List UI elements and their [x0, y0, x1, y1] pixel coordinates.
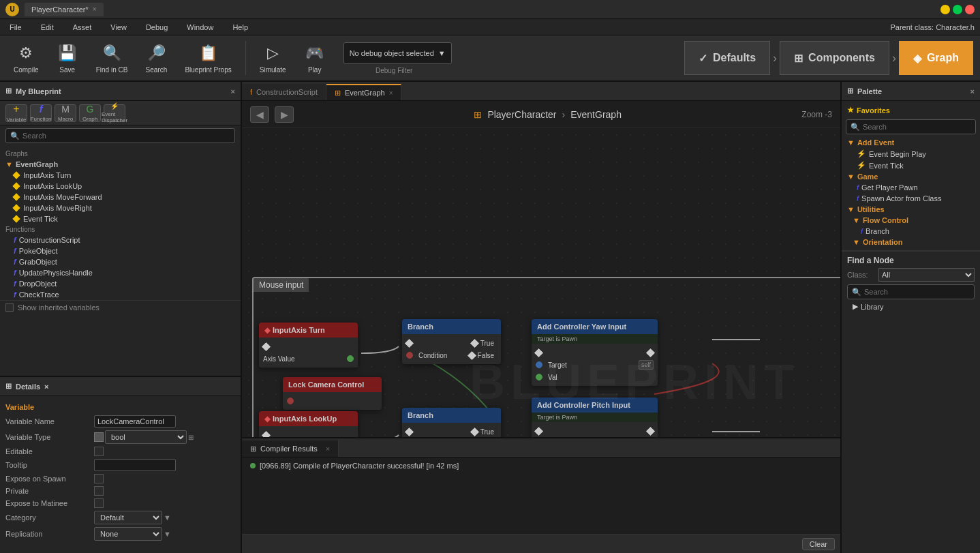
node-input-axis-turn[interactable]: ◆ InputAxis Turn Axis Value — [259, 323, 358, 368]
event-tick-item[interactable]: ⚡ Event Tick — [842, 160, 980, 171]
add-function-button[interactable]: f Function — [30, 104, 52, 122]
editable-checkbox[interactable] — [94, 447, 104, 456]
compile-button[interactable]: ⚙ Compile — [7, 38, 46, 78]
branch1-exec-out-pin[interactable] — [470, 339, 479, 348]
replication-dropdown[interactable]: None — [94, 527, 162, 541]
check-trace-item[interactable]: f CheckTrace — [0, 289, 241, 300]
menu-window[interactable]: Window — [183, 22, 217, 33]
branch2-exec-in-pin[interactable] — [405, 428, 414, 436]
add-event-section[interactable]: ▼ Add Event — [842, 137, 980, 148]
lookup-exec-out-pin[interactable] — [262, 431, 271, 437]
orientation-section[interactable]: ▼ Orientation — [842, 237, 980, 248]
menu-debug[interactable]: Debug — [142, 22, 172, 33]
defaults-nav-button[interactable]: ✓ Defaults — [684, 41, 770, 75]
category-dropdown[interactable]: Default — [94, 511, 162, 524]
palette-search-box[interactable]: 🔍 — [846, 119, 976, 134]
add-event-dispatcher-button[interactable]: ⚡ Event Dispatcher — [104, 104, 125, 122]
lock1-pin[interactable] — [287, 398, 294, 404]
graph-back-button[interactable]: ◀ — [250, 106, 269, 123]
details-close[interactable]: × — [44, 383, 48, 391]
class-dropdown[interactable]: All — [878, 268, 975, 282]
blueprint-search-input[interactable] — [22, 132, 230, 140]
menu-help[interactable]: Help — [228, 22, 252, 33]
show-inherited-variables[interactable]: Show inherited variables — [0, 300, 241, 314]
private-checkbox[interactable] — [94, 486, 104, 496]
branch1-condition-pin[interactable] — [406, 352, 413, 359]
menu-file[interactable]: File — [5, 22, 26, 33]
input-axis-moveforward-item[interactable]: InputAxis MoveForward — [0, 192, 241, 203]
node-input-axis-lookup[interactable]: ◆ InputAxis LookUp Axis Value — [259, 411, 358, 437]
compiler-results-tab[interactable]: ⊞ Compiler Results × — [242, 440, 339, 457]
save-button[interactable]: 💾 Save — [50, 38, 85, 78]
find-node-search-input[interactable] — [864, 288, 970, 296]
play-button[interactable]: 🎮 Play — [297, 38, 333, 78]
poke-object-item[interactable]: f PokeObject — [0, 245, 241, 256]
node-lock-camera-1-body — [283, 392, 382, 410]
menu-view[interactable]: View — [106, 22, 131, 33]
add-macro-button[interactable]: M Macro — [55, 104, 76, 122]
simulate-button[interactable]: ▷ Simulate — [253, 38, 293, 78]
expose-to-matinee-checkbox[interactable] — [94, 498, 104, 508]
clear-button[interactable]: Clear — [802, 538, 835, 550]
event-graph-tab-close[interactable]: × — [389, 89, 393, 97]
compiler-content: [0966.89] Compile of PlayerCharacter suc… — [242, 458, 840, 534]
node-input-axis-lookup-title: InputAxis LookUp — [273, 415, 337, 423]
graph-canvas[interactable]: Mouse input Movement input ◆ InputAxis T… — [242, 128, 840, 437]
variable-type-dropdown[interactable]: bool — [105, 430, 187, 444]
drop-object-item[interactable]: f DropObject — [0, 278, 241, 289]
blueprint-props-button[interactable]: 📋 Blueprint Props — [178, 38, 238, 78]
debug-filter-button[interactable]: No debug object selected ▼ — [343, 42, 452, 64]
tab-event-graph[interactable]: ⊞ EventGraph × — [326, 84, 402, 100]
add-variable-button[interactable]: + Variable — [5, 104, 27, 122]
node-branch-2[interactable]: Branch True Condition False — [402, 408, 501, 437]
find-node-search-box[interactable]: 🔍 — [847, 284, 975, 299]
game-section[interactable]: ▼ Game — [842, 171, 980, 182]
menu-asset[interactable]: Asset — [69, 22, 96, 33]
axis-value-pin[interactable] — [347, 355, 354, 362]
find-in-cb-button[interactable]: 🔍 Find in CB — [89, 38, 135, 78]
branch-item[interactable]: f Branch — [842, 226, 980, 237]
tab-construction-script[interactable]: f ConstructionScript — [242, 84, 326, 100]
input-axis-moveright-item[interactable]: InputAxis MoveRight — [0, 203, 241, 213]
tooltip-input[interactable] — [94, 459, 176, 471]
event-graph-group[interactable]: ▼ EventGraph — [0, 159, 241, 170]
maximize-button[interactable] — [953, 5, 962, 14]
update-physics-handle-item[interactable]: f UpdatePhysicsHandle — [0, 267, 241, 278]
search-button[interactable]: 🔎 Search — [138, 38, 174, 78]
variable-type-selector[interactable]: bool ⊞ — [94, 430, 194, 444]
palette-close[interactable]: × — [970, 87, 975, 95]
app-tab-close[interactable]: × — [93, 5, 97, 13]
variable-name-input[interactable] — [94, 415, 176, 428]
construction-script-item[interactable]: f ConstructionScript — [0, 235, 241, 245]
show-inherited-checkbox[interactable] — [5, 303, 14, 312]
expose-on-spawn-checkbox[interactable] — [94, 474, 104, 483]
input-axis-lookup-item[interactable]: InputAxis LookUp — [0, 181, 241, 192]
library-section[interactable]: ▶ Library — [847, 299, 975, 314]
flow-control-section[interactable]: ▼ Flow Control — [842, 215, 980, 226]
get-player-pawn-item[interactable]: f Get Player Pawn — [842, 182, 980, 193]
branch1-exec-in-pin[interactable] — [405, 339, 414, 348]
close-button[interactable] — [965, 5, 975, 14]
minimize-button[interactable] — [940, 5, 950, 14]
event-begin-play-item[interactable]: ⚡ Event Begin Play — [842, 148, 980, 160]
exec-out-pin[interactable] — [262, 342, 271, 351]
my-blueprint-close[interactable]: × — [231, 87, 235, 95]
grab-object-item[interactable]: f GrabObject — [0, 256, 241, 267]
palette-search-input[interactable] — [863, 123, 971, 131]
graph-nav-button[interactable]: ◈ Graph — [899, 41, 973, 75]
utilities-section[interactable]: ▼ Utilities — [842, 204, 980, 215]
node-lock-camera-1[interactable]: Lock Camera Control — [283, 377, 382, 410]
menu-edit[interactable]: Edit — [37, 22, 58, 33]
components-nav-button[interactable]: ⊞ Components — [780, 41, 889, 75]
blueprint-search-box[interactable]: 🔍 — [5, 128, 235, 143]
event-tick-item[interactable]: Event Tick — [0, 213, 241, 224]
pitch-exec-out[interactable] — [646, 427, 655, 436]
input-axis-turn-item[interactable]: InputAxis Turn — [0, 170, 241, 181]
spawn-actor-item[interactable]: f Spawn Actor from Class — [842, 193, 980, 204]
compiler-results-close[interactable]: × — [326, 445, 330, 453]
graph-forward-button[interactable]: ▶ — [275, 106, 294, 123]
app-tab[interactable]: PlayerCharacter* × — [25, 3, 104, 16]
branch2-exec-out-pin[interactable] — [470, 428, 479, 436]
add-graph-button[interactable]: G Graph — [79, 104, 101, 122]
pitch-exec-in[interactable] — [534, 427, 543, 436]
